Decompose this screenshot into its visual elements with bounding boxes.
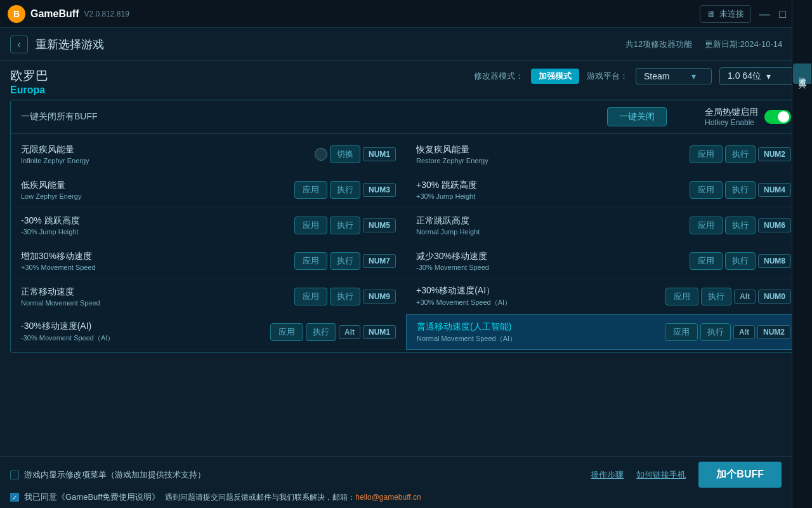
hotkey-label-cn: 全局热键启用 [705, 107, 758, 118]
apply-button[interactable]: 应用 [665, 288, 698, 305]
show-menu-checkbox[interactable] [10, 471, 19, 479]
agree-text: 我已同意《GameBuff免费使用说明》 [24, 491, 160, 503]
footer-checkbox-area: 游戏内显示修改项菜单（游戏加加提供技术支持） [10, 469, 206, 481]
item-name-en: -30% Movement Speed（AI） [21, 333, 270, 343]
mod-count: 共12项修改器功能 [625, 39, 692, 50]
apply-button[interactable]: 应用 [690, 145, 723, 163]
header-meta: 共12项修改器功能 更新日期:2024-10-14 ♥ [625, 37, 802, 51]
item-text: +30% 跳跃高度 +30% Jump Height [416, 180, 690, 200]
item-name-en: Infinite Zephyr Energy [21, 157, 315, 164]
page-title: 重新选择游戏 [36, 37, 104, 52]
connection-label: 未连接 [719, 8, 744, 20]
game-name-section: 欧罗巴 Europa [10, 67, 48, 96]
item-row: 正常跳跃高度 Normal Jump Height 应用 执行 NUM6 [406, 208, 801, 243]
one-key-bar: 一键关闭所有BUFF 一键关闭 全局热键启用 Hotkey Enable [11, 100, 801, 134]
maximize-button[interactable]: □ [779, 8, 786, 20]
item-row: 减少30%移动速度 -30% Movement Speed 应用 执行 NUM8 [406, 243, 801, 279]
item-row-highlighted: 普通移动速度(人工智能) Normal Movement Speed（AI） 应… [406, 314, 801, 350]
item-text: -30% 跳跃高度 -30% Jump Height [21, 215, 294, 236]
key-badge: NUM5 [363, 218, 396, 232]
item-controls: 应用 执行 NUM7 [294, 252, 396, 270]
chevron-down-icon: ▾ [691, 71, 696, 81]
item-controls: 应用 执行 NUM6 [690, 217, 791, 234]
key-badge: NUM9 [363, 290, 396, 304]
main-content: 一键关闭所有BUFF 一键关闭 全局热键启用 Hotkey Enable 无限疾… [10, 100, 802, 353]
item-name-en: Low Zephyr Energy [21, 192, 294, 200]
footer-top: 游戏内显示修改项菜单（游戏加加提供技术支持） 操作步骤 如何链接手机 加个BUF… [10, 462, 782, 488]
exec-button[interactable]: 执行 [725, 145, 756, 163]
exec-button[interactable]: 执行 [330, 252, 360, 270]
exec-button[interactable]: 执行 [725, 181, 756, 199]
version-value: 1.0 64位 [728, 70, 761, 82]
version-select[interactable]: 1.0 64位 ▾ [719, 67, 802, 85]
exec-button[interactable]: 执行 [701, 288, 731, 305]
connection-status[interactable]: 🖥 未连接 [700, 5, 751, 23]
key-badge: NUM6 [758, 218, 791, 232]
item-name-cn: -30% 跳跃高度 [21, 215, 294, 227]
apply-button[interactable]: 应用 [690, 181, 723, 199]
item-name-cn: 正常移动速度 [21, 286, 294, 298]
item-name-en: Normal Jump Height [416, 228, 690, 236]
item-name-en: Normal Movement Speed（AI） [417, 334, 665, 344]
item-controls: 应用 执行 NUM8 [690, 252, 791, 270]
item-text: 低疾风能量 Low Zephyr Energy [21, 180, 294, 200]
game-platform-section: 修改器模式： 加强模式 游戏平台： Steam ▾ 1.0 64位 ▾ [474, 67, 802, 85]
apply-button[interactable]: 应用 [690, 252, 723, 270]
connect-phone-link[interactable]: 如何链接手机 [636, 469, 686, 481]
footer-contact: 遇到问题请提交问题反馈或邮件与我们联系解决，邮箱：hello@gamebuff.… [165, 492, 421, 503]
exec-button[interactable]: 执行 [725, 217, 756, 234]
update-date: 更新日期:2024-10-14 [705, 39, 782, 50]
exec-button[interactable]: 执行 [330, 217, 360, 234]
monitor-icon: 🖥 [707, 9, 716, 19]
exec-button[interactable]: 执行 [330, 181, 360, 199]
apply-button[interactable]: 应用 [665, 323, 698, 341]
hotkey-toggle[interactable] [764, 110, 791, 124]
sidebar-tab[interactable]: 游戏工具 [793, 64, 811, 84]
item-text: 正常移动速度 Normal Movement Speed [21, 286, 294, 307]
item-row: -30% 跳跃高度 -30% Jump Height 应用 执行 NUM5 [11, 208, 406, 243]
item-controls: 切换 NUM1 [315, 145, 396, 163]
game-name-cn: 欧罗巴 [10, 67, 48, 84]
key-badge: Alt [733, 325, 755, 339]
apply-button[interactable]: 应用 [294, 217, 327, 234]
back-button[interactable]: ‹ [10, 36, 28, 53]
add-buff-button[interactable]: 加个BUFF [698, 462, 782, 488]
item-text: 恢复疾风能量 Restore Zephyr Energy [416, 144, 690, 164]
app-name: GameBuff [30, 8, 79, 20]
item-controls: 应用 执行 Alt NUM0 [665, 288, 791, 305]
item-name-en: +30% Movement Speed（AI） [416, 298, 665, 307]
game-name-en: Europa [10, 84, 48, 96]
key-badge: NUM8 [758, 254, 791, 268]
item-controls: 应用 执行 NUM5 [294, 217, 396, 234]
platform-select[interactable]: Steam ▾ [636, 68, 712, 84]
item-name-cn: +30%移动速度(AI） [416, 285, 665, 297]
exec-button[interactable]: 执行 [700, 323, 731, 341]
operate-steps-link[interactable]: 操作步骤 [591, 469, 624, 481]
chevron-down-icon-2: ▾ [766, 71, 771, 81]
exec-button[interactable]: 执行 [330, 288, 360, 305]
one-key-button[interactable]: 一键关闭 [607, 107, 667, 126]
switch-button[interactable]: 切换 [330, 145, 360, 163]
toggle-circle[interactable] [315, 148, 327, 161]
apply-button[interactable]: 应用 [294, 288, 327, 305]
apply-button[interactable]: 应用 [690, 217, 723, 234]
minimize-button[interactable]: — [759, 8, 770, 20]
game-info-bar: 欧罗巴 Europa 修改器模式： 加强模式 游戏平台： Steam ▾ 1.0… [0, 61, 812, 100]
exec-button[interactable]: 执行 [725, 252, 756, 270]
item-name-cn: 恢复疾风能量 [416, 144, 690, 156]
apply-button[interactable]: 应用 [270, 323, 303, 341]
item-row: 无限疾风能量 Infinite Zephyr Energy 切换 NUM1 [11, 137, 406, 172]
exec-button[interactable]: 执行 [306, 323, 336, 341]
item-controls: 应用 执行 NUM4 [690, 181, 791, 199]
apply-button[interactable]: 应用 [294, 252, 327, 270]
mode-badge[interactable]: 加强模式 [531, 69, 579, 84]
key-badge: NUM1 [363, 147, 396, 161]
item-name-cn: 减少30%移动速度 [416, 251, 690, 262]
apply-button[interactable]: 应用 [294, 181, 327, 199]
item-row: 低疾风能量 Low Zephyr Energy 应用 执行 NUM3 [11, 172, 406, 208]
item-controls: 应用 执行 NUM3 [294, 181, 396, 199]
key-badge: NUM1 [363, 325, 396, 339]
item-name-en: +30% Jump Height [416, 192, 690, 200]
agree-checkbox[interactable]: ✓ [10, 493, 19, 502]
item-text: 增加30%移动速度 +30% Movement Speed [21, 251, 294, 271]
